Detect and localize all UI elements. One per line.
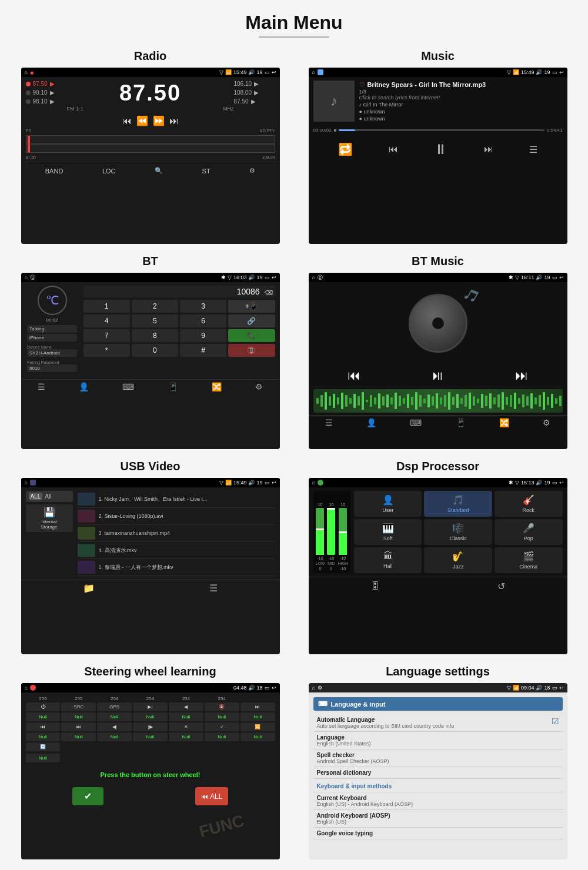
bt-key-1[interactable]: 1 bbox=[83, 300, 130, 313]
radio-st-btn[interactable]: ST bbox=[199, 166, 214, 176]
lang-item-current-keyboard[interactable]: Current Keyboard English (US) - Android … bbox=[313, 792, 563, 810]
btmusic-screen[interactable]: ⌂ ⓪ ✱ ▽ 16:11 🔊 19 ▭ ↩ bbox=[309, 273, 567, 449]
dsp-restore-btn[interactable]: ↺ bbox=[497, 581, 505, 592]
sw-btn-next[interactable]: ⏭ bbox=[240, 702, 275, 711]
dsp-preset-cinema[interactable]: 🎬 Cinema bbox=[495, 547, 563, 573]
radio-settings-btn[interactable]: ⚙ bbox=[246, 166, 259, 176]
radio-band-btn[interactable]: BAND bbox=[42, 166, 67, 176]
dsp-preset-soft[interactable]: 🎹 Soft bbox=[354, 519, 422, 545]
dsp-preset-hall[interactable]: 🏛 Hall bbox=[354, 547, 422, 573]
bt-key-5[interactable]: 5 bbox=[132, 314, 178, 327]
radio-r-station-1[interactable]: 106.10 ▶ bbox=[234, 81, 275, 87]
bt-menu-btn[interactable]: ☰ bbox=[38, 382, 45, 392]
eq-mid-track[interactable] bbox=[327, 508, 335, 555]
dsp-preset-user[interactable]: 👤 User bbox=[354, 491, 422, 517]
bt-keyboard-btn[interactable]: ⌨ bbox=[122, 382, 134, 392]
music-next-btn[interactable]: ⏭ bbox=[484, 144, 493, 155]
usb-list-btn[interactable]: ☰ bbox=[209, 583, 218, 594]
music-play-btn[interactable]: ⏸ bbox=[434, 141, 448, 158]
sw-btn-vol-up[interactable]: ▶| bbox=[133, 702, 168, 711]
bt-settings-btn[interactable]: ⚙ bbox=[255, 382, 263, 392]
usb-folder-btn[interactable]: 📁 bbox=[83, 583, 95, 594]
music-screen[interactable]: ⌂ ▽ 📶 15:49 🔊 19 ▭ ↩ ♪ bbox=[309, 68, 567, 244]
radio-r-station-2[interactable]: 108.00 ▶ bbox=[234, 89, 275, 96]
radio-screen[interactable]: ⌂ ■ ▽ 📶 15:49 🔊 19 ▭ ↩ bbox=[21, 68, 280, 244]
btm-play-btn[interactable]: ⏯ bbox=[431, 368, 444, 383]
bt-transfer-btn[interactable]: 🔀 bbox=[212, 382, 222, 392]
btm-phone-btn[interactable]: 📱 bbox=[456, 418, 466, 427]
sw-btn-next2[interactable]: |▶ bbox=[133, 722, 168, 731]
sw-confirm-btn[interactable]: ✔ bbox=[72, 787, 103, 805]
bt-hangup-btn[interactable]: 📵 bbox=[228, 344, 275, 357]
dsp-preset-jazz[interactable]: 🎷 Jazz bbox=[424, 547, 492, 573]
sw-btn-extra2[interactable]: 🔄 bbox=[26, 742, 61, 751]
usb-item-2[interactable]: 2. Sistar-Loving (1080p).avi bbox=[78, 508, 275, 525]
eq-low-track[interactable] bbox=[316, 508, 324, 555]
dsp-preset-classic[interactable]: 🎼 Classic bbox=[424, 519, 492, 545]
music-lyrics-hint[interactable]: Click to search lyrics from internet! bbox=[359, 95, 563, 101]
dsp-preset-rock[interactable]: 🎸 Rock bbox=[495, 491, 563, 517]
btm-settings-btn[interactable]: ⚙ bbox=[543, 418, 550, 427]
usb-storage-btn[interactable]: 💾 InternalStorage bbox=[26, 504, 73, 532]
bt-key-star[interactable]: * bbox=[83, 344, 130, 357]
sw-btn-src[interactable]: SRC bbox=[61, 702, 96, 711]
sw-btn-power[interactable]: ⏻ bbox=[26, 702, 61, 711]
radio-prev-btn[interactable]: ⏪ bbox=[136, 115, 148, 126]
bt-add-call-btn[interactable]: +📱 bbox=[228, 300, 275, 313]
radio-next-btn[interactable]: ⏩ bbox=[153, 115, 165, 126]
radio-station-2[interactable]: 90.10 ▶ bbox=[26, 89, 67, 96]
lang-item-spell[interactable]: Spell checker Android Spell Checker (AOS… bbox=[313, 749, 563, 767]
radio-loc-btn[interactable]: LOC bbox=[99, 166, 119, 176]
bt-screen[interactable]: ⌂ ⓪ ✱ ▽ 16:03 🔊 19 ▭ ↩ ℃ 00:02 bbox=[21, 273, 280, 449]
lang-item-auto-language[interactable]: ☑ Automatic Language Auto set language a… bbox=[313, 714, 563, 732]
lang-item-language[interactable]: Language English (United States) bbox=[313, 732, 563, 749]
sw-all-btn[interactable]: ⏮ ALL bbox=[195, 787, 228, 805]
dsp-preset-pop[interactable]: 🎤 Pop bbox=[495, 519, 563, 545]
bt-call-btn[interactable]: 📞 bbox=[228, 329, 275, 342]
usb-item-3[interactable]: 3. taimaxinanzhuanshipin.mp4 bbox=[78, 525, 275, 542]
bt-contacts-btn[interactable]: 👤 bbox=[79, 382, 89, 392]
lang-item-personal[interactable]: Personal dictionary bbox=[313, 767, 563, 779]
btm-keyboard-btn[interactable]: ⌨ bbox=[410, 418, 422, 427]
radio-slider[interactable] bbox=[26, 135, 275, 153]
usb-all-btn[interactable]: ALL All bbox=[26, 491, 73, 502]
radio-r-station-3[interactable]: 87.50 ▶ bbox=[234, 98, 275, 105]
btm-prev-btn[interactable]: ⏮ bbox=[348, 368, 360, 383]
sw-btn-rew[interactable]: ⏮ bbox=[26, 722, 61, 731]
bt-key-2[interactable]: 2 bbox=[132, 300, 178, 313]
bt-key-0[interactable]: 0 bbox=[132, 344, 178, 357]
sw-screen[interactable]: ⌂ 04:48 🔊 18 ▭ ↩ 255 255 254 254 bbox=[21, 683, 280, 859]
bt-phone-btn[interactable]: 📱 bbox=[168, 382, 178, 392]
bt-key-7[interactable]: 7 bbox=[83, 329, 130, 342]
sw-btn-vol-down[interactable]: ◀ bbox=[169, 702, 203, 711]
lang-item-google-voice[interactable]: Google voice typing bbox=[313, 828, 563, 839]
radio-station-3[interactable]: 98.10 ▶ bbox=[26, 98, 67, 105]
btm-next-btn[interactable]: ⏭ bbox=[515, 368, 528, 383]
bt-key-4[interactable]: 4 bbox=[83, 314, 130, 327]
sw-btn-mute[interactable]: 🔇 bbox=[205, 702, 239, 711]
dsp-screen[interactable]: ⌂ ✱ ▽ 16:13 🔊 19 ▭ ↩ 10 bbox=[309, 478, 567, 654]
usb-item-4[interactable]: 4. 高清演示.mkv bbox=[78, 542, 275, 559]
sw-btn-chk[interactable]: ✓ bbox=[205, 722, 239, 731]
bt-key-8[interactable]: 8 bbox=[132, 329, 178, 342]
sw-btn-x[interactable]: ✕ bbox=[169, 722, 203, 731]
btm-menu-btn[interactable]: ☰ bbox=[325, 418, 333, 427]
music-progress-bar[interactable] bbox=[339, 129, 544, 131]
btm-bt-icon2[interactable]: 🔀 bbox=[499, 418, 509, 427]
music-heart-icon[interactable]: ♡ bbox=[359, 81, 365, 89]
usb-item-5[interactable]: 5. 黎瑞恩 - 一人有一个梦想.mkv bbox=[78, 559, 275, 576]
radio-next-next-btn[interactable]: ⏭ bbox=[169, 116, 179, 126]
music-playlist-btn[interactable]: ☰ bbox=[529, 144, 537, 155]
bt-link-btn[interactable]: 🔗 bbox=[228, 314, 275, 327]
bt-key-9[interactable]: 9 bbox=[180, 329, 226, 342]
radio-prev-prev-btn[interactable]: ⏮ bbox=[122, 116, 132, 126]
lang-item-android-keyboard[interactable]: Android Keyboard (AOSP) English (US) bbox=[313, 810, 563, 828]
usb-item-1[interactable]: 1. Nicky Jam、Will Smith、Era Istrefi - Li… bbox=[78, 491, 275, 508]
radio-search-btn[interactable]: 🔍 bbox=[151, 166, 166, 176]
language-screen[interactable]: ⌂ ⚙ ▽ 📶 09:04 🔊 18 ▭ ↩ ⌨ Language & inpu… bbox=[309, 683, 567, 859]
lang-auto-checkbox[interactable]: ☑ bbox=[552, 717, 559, 726]
usb-screen[interactable]: ⌂ ▽ 📶 15:49 🔊 19 ▭ ↩ ALL bbox=[21, 478, 280, 654]
sw-btn-prev[interactable]: ◀| bbox=[97, 722, 132, 731]
music-prev-btn[interactable]: ⏮ bbox=[389, 144, 398, 155]
music-repeat-btn[interactable]: 🔁 bbox=[338, 142, 353, 156]
